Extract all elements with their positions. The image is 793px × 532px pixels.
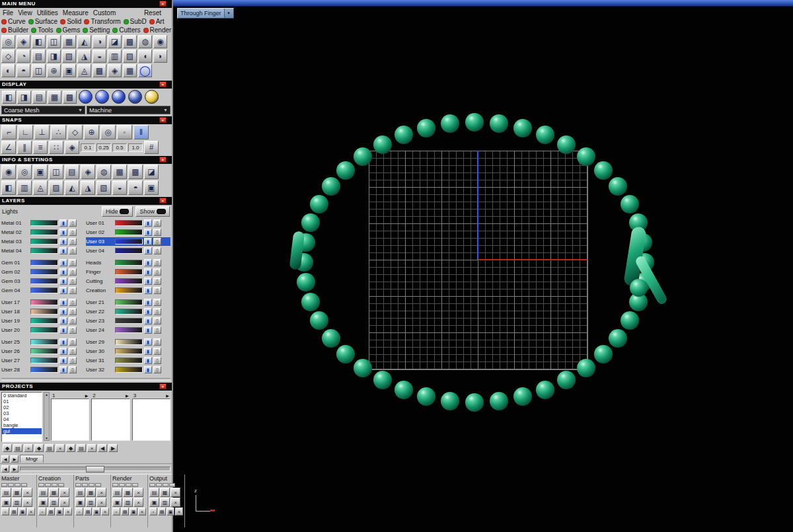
layer-lock-button[interactable]: ▯: [69, 308, 77, 315]
settings-icon[interactable]: ▦: [112, 165, 127, 179]
render-sphere-icon[interactable]: [95, 90, 109, 104]
layer-row[interactable]: Gem 03▮▯: [1, 277, 86, 285]
layer-lock-button[interactable]: ▯: [69, 259, 77, 266]
toolbar-icon[interactable]: ◒: [93, 50, 106, 63]
tab-tool-button[interactable]: ×: [170, 488, 180, 497]
micro-toggle[interactable]: [112, 483, 118, 487]
layer-lock-button[interactable]: ▯: [69, 287, 77, 294]
layer-lock-button[interactable]: ▯: [153, 247, 161, 254]
tab-tool-button[interactable]: ×: [96, 488, 106, 497]
layer-color-swatch[interactable]: [30, 287, 58, 293]
micro-toggle[interactable]: [21, 483, 27, 487]
layer-lock-button[interactable]: ▯: [69, 299, 77, 306]
menu-reset[interactable]: Reset: [144, 9, 161, 17]
gem-bead[interactable]: [513, 119, 532, 137]
menu-category-builder[interactable]: Builder: [1, 26, 28, 34]
tab-label[interactable]: Output: [149, 475, 183, 482]
layer-color-swatch[interactable]: [115, 299, 143, 305]
micro-toggle[interactable]: [45, 483, 51, 487]
tab-tool-button[interactable]: ▤: [158, 508, 166, 515]
project-slot-box[interactable]: [132, 399, 170, 441]
tab-tool-button[interactable]: ×: [59, 488, 69, 497]
snap-icon[interactable]: ≡: [33, 141, 48, 154]
tab-tool-button[interactable]: ▣: [56, 508, 63, 515]
toolbar-icon[interactable]: ▤: [32, 50, 46, 63]
project-slot-button[interactable]: ×: [87, 444, 96, 452]
layer-color-swatch[interactable]: [30, 348, 58, 354]
gem-bead[interactable]: [354, 359, 372, 377]
close-icon[interactable]: ×: [159, 157, 167, 163]
toolbar-icon[interactable]: ◈: [108, 64, 122, 77]
micro-toggle[interactable]: [149, 483, 155, 487]
layer-color-swatch[interactable]: [30, 229, 58, 235]
gem-bead[interactable]: [490, 392, 508, 410]
gem-bead[interactable]: [417, 119, 435, 137]
layer-row[interactable]: User 31▮▯: [86, 356, 170, 365]
snap-icon[interactable]: ∴: [51, 125, 66, 139]
project-slot-button[interactable]: ▤: [77, 444, 86, 452]
layer-row[interactable]: User 28▮▯: [1, 365, 86, 374]
layer-color-swatch[interactable]: [30, 278, 58, 284]
micro-toggle[interactable]: [119, 483, 125, 487]
toolbar-icon[interactable]: ◎: [1, 35, 15, 48]
layer-lock-button[interactable]: ▯: [153, 366, 161, 373]
gem-bead[interactable]: [310, 311, 328, 330]
micro-toggle[interactable]: [52, 483, 57, 487]
gem-bead[interactable]: [594, 161, 613, 180]
layer-visibility-button[interactable]: ▮: [59, 366, 67, 373]
micro-toggle[interactable]: [38, 483, 44, 487]
lights-label[interactable]: Lights: [2, 208, 18, 215]
layer-color-swatch[interactable]: [115, 367, 143, 373]
menu-category-render[interactable]: Render: [143, 26, 172, 34]
layer-color-swatch[interactable]: [115, 248, 143, 254]
layer-lock-button[interactable]: ▯: [153, 308, 161, 315]
gem-bead[interactable]: [373, 135, 392, 154]
toolbar-icon[interactable]: ◨: [47, 50, 61, 63]
tab-tool-button[interactable]: ▤: [149, 488, 159, 497]
display-mode-icon[interactable]: ◨: [17, 91, 31, 104]
settings-icon[interactable]: ◧: [1, 180, 16, 195]
tab-tool-button[interactable]: ▣: [167, 508, 174, 515]
tab-tool-button[interactable]: ▤: [47, 508, 55, 515]
layer-visibility-button[interactable]: ▮: [144, 268, 152, 276]
settings-icon[interactable]: ◭: [65, 180, 79, 195]
toolbar-icon[interactable]: ▧: [62, 50, 76, 63]
settings-icon[interactable]: ◫: [49, 165, 63, 179]
layer-lock-button[interactable]: ▯: [69, 229, 77, 236]
snap-increment[interactable]: 1.0: [128, 143, 143, 152]
gem-bead[interactable]: [441, 392, 459, 410]
tab-tool-button[interactable]: ▤: [84, 508, 92, 515]
snap-icon[interactable]: ◇: [67, 125, 83, 139]
layer-row[interactable]: Metal 03▮▯: [1, 237, 86, 246]
layer-lock-button[interactable]: ▯: [153, 229, 161, 236]
tab-mngr[interactable]: Mngr: [20, 455, 44, 463]
layer-row[interactable]: Heads▮▯: [86, 258, 170, 267]
snap-icon[interactable]: ∷: [49, 141, 63, 154]
project-slot-box[interactable]: [51, 399, 89, 441]
layer-row[interactable]: Metal 04▮▯: [1, 247, 86, 255]
project-list-item[interactable]: 01: [2, 399, 42, 404]
layer-lock-button[interactable]: ▯: [69, 326, 77, 334]
settings-icon[interactable]: ▥: [17, 180, 32, 195]
next-icon[interactable]: ▶: [11, 465, 19, 473]
layer-visibility-button[interactable]: ▮: [144, 357, 152, 364]
micro-toggle[interactable]: [75, 483, 81, 487]
snap-grid-icon[interactable]: #: [144, 141, 159, 154]
tab-tool-button[interactable]: ×: [22, 498, 32, 507]
micro-toggle[interactable]: [156, 483, 162, 487]
settings-icon[interactable]: ◮: [81, 180, 95, 195]
micro-toggle[interactable]: [126, 483, 132, 487]
micro-toggle[interactable]: [8, 483, 14, 487]
machine-dropdown[interactable]: Machine ▼: [87, 106, 170, 114]
settings-icon[interactable]: ◓: [128, 180, 143, 195]
snap-increment[interactable]: 0.25: [96, 143, 111, 152]
hide-button[interactable]: Hide: [102, 206, 133, 217]
snap-increment[interactable]: 0.1: [81, 143, 95, 152]
layer-row[interactable]: User 24▮▯: [86, 326, 170, 334]
layer-row[interactable]: User 25▮▯: [1, 338, 86, 346]
layer-visibility-button[interactable]: ▮: [144, 238, 152, 245]
layer-row[interactable]: User 02▮▯: [86, 228, 170, 237]
layer-visibility-button[interactable]: ▮: [59, 348, 67, 355]
toolbar-icon[interactable]: ◬: [77, 64, 91, 77]
menu-custom[interactable]: Custom: [93, 9, 116, 17]
